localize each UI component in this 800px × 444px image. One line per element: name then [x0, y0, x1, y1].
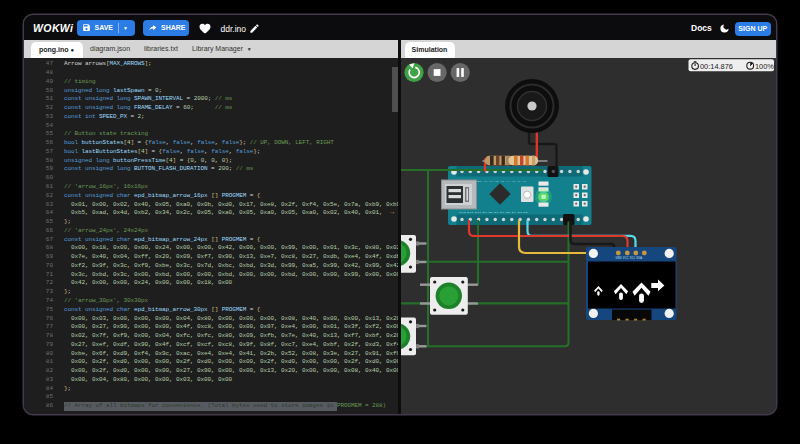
svg-text:00:14.876: 00:14.876: [700, 61, 733, 70]
svg-text:GND VCC SCL SDA: GND VCC SCL SDA: [615, 256, 642, 260]
svg-text:D12 D11 D10 D9 D8 D7 D6 D5 D4: D12 D11 D10 D9 D8 D7 D6 D5 D4 D3 D2: [459, 211, 528, 214]
svg-text:100%: 100%: [755, 61, 774, 70]
